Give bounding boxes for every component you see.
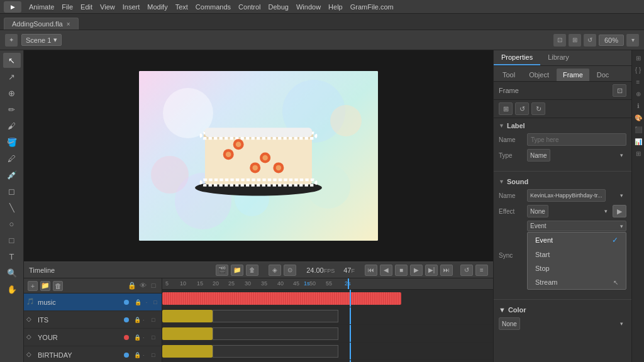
line-tool[interactable]: ╲ [3, 200, 21, 215]
align-icon[interactable]: ≡ [633, 77, 643, 87]
zoom-chevron-icon[interactable]: ▾ [626, 34, 639, 47]
out-birthday[interactable]: □ [152, 352, 159, 358]
menu-control[interactable]: Control [238, 3, 260, 11]
hand-tool[interactable]: ✋ [3, 282, 21, 297]
vis-icon[interactable]: · [143, 299, 150, 305]
frame-icon-btn[interactable]: ⊡ [613, 84, 626, 97]
layer-row-birthday[interactable]: ◇ BIRTHDAY 🔒 · □ [24, 346, 162, 362]
file-tab-close[interactable]: × [67, 21, 70, 28]
zoom-value[interactable]: 60% [599, 35, 624, 46]
text-tool[interactable]: T [3, 249, 21, 264]
menu-text[interactable]: Text [175, 3, 188, 11]
frame-btn2[interactable]: ↺ [515, 102, 529, 115]
sync-option-stream[interactable]: Stream ↖ [528, 275, 626, 289]
swatches-icon[interactable]: ⬛ [633, 124, 643, 134]
out-its[interactable]: □ [152, 317, 159, 323]
chart-icon[interactable]: 📊 [633, 136, 643, 146]
subselect-tool[interactable]: ↗ [3, 69, 21, 84]
menu-help[interactable]: Help [328, 3, 343, 11]
sync-option-stop[interactable]: Stop [528, 261, 626, 275]
menu-debug[interactable]: Debug [269, 3, 289, 11]
sync-option-start[interactable]: Start [528, 248, 626, 261]
vis-your[interactable]: · [143, 334, 150, 341]
transform-icon[interactable]: ⊕ [633, 89, 643, 99]
menu-file[interactable]: File [62, 3, 73, 11]
properties-icon[interactable]: ⊞ [633, 53, 643, 63]
menu-view[interactable]: View [100, 3, 115, 11]
add-folder-btn[interactable]: 📁 [40, 281, 50, 291]
step-back-btn[interactable]: ◀ [380, 265, 392, 276]
delete-layer-btn[interactable]: 🗑 [246, 265, 258, 276]
label-type-select[interactable]: Name [527, 149, 550, 162]
frame-btn3[interactable]: ↻ [531, 102, 545, 115]
grid-icon2[interactable]: ⊞ [633, 148, 643, 158]
file-tab[interactable]: AddingSound.fla × [4, 18, 79, 30]
transform-tool[interactable]: ⊕ [3, 85, 21, 101]
lock-its[interactable]: 🔒 [134, 317, 142, 323]
tab-properties[interactable]: Properties [494, 50, 540, 65]
sound-effect-select[interactable]: None [527, 205, 548, 217]
ink-bottle-tool[interactable]: 🖊 [3, 151, 21, 166]
layer-row-your[interactable]: ◇ YOUR 🔒 · □ [24, 329, 162, 346]
menu-edit[interactable]: Edit [80, 3, 92, 11]
brush-tool[interactable]: 🖌 [3, 118, 21, 133]
stop-btn[interactable]: ■ [395, 265, 408, 276]
settings-btn[interactable]: ≡ [475, 265, 488, 276]
prop-tab-frame[interactable]: Frame [557, 69, 589, 81]
outline-icon[interactable]: □ [152, 299, 159, 305]
loop-btn[interactable]: ↺ [460, 265, 473, 276]
rotate-icon[interactable]: ↺ [584, 34, 596, 47]
out-your[interactable]: □ [152, 334, 159, 341]
onion-skin-btn[interactable]: ⊙ [284, 265, 296, 276]
info-icon[interactable]: ℹ [633, 101, 643, 111]
zoom-fit-icon[interactable]: ⊡ [553, 34, 566, 47]
sync-dropdown-trigger[interactable]: Event ▾ [527, 221, 626, 231]
paint-bucket-tool[interactable]: 🪣 [3, 134, 21, 150]
oval-tool[interactable]: ○ [3, 216, 21, 231]
color-select[interactable]: None [499, 317, 520, 330]
delete-layer-btn2[interactable]: 🗑 [53, 281, 63, 291]
eyedropper-tool[interactable]: 💉 [3, 167, 21, 182]
playhead[interactable] [348, 278, 349, 289]
sync-option-event[interactable]: Event ✓ [528, 233, 626, 248]
pencil-tool[interactable]: ✏ [3, 102, 21, 117]
scene-selector[interactable]: Scene 1 ▾ [21, 34, 62, 46]
label-name-input[interactable] [527, 133, 626, 146]
frame-btn1[interactable]: ⊞ [499, 102, 513, 115]
sound-play-btn[interactable]: ▶ [613, 205, 626, 217]
lock-icon[interactable]: 🔒 [134, 299, 142, 305]
new-folder-btn[interactable]: 📁 [231, 265, 243, 276]
go-to-start-btn[interactable]: ⏮ [365, 265, 377, 276]
lock-birthday[interactable]: 🔒 [134, 352, 142, 358]
gramfile-badge[interactable]: GramFile.com [350, 3, 394, 11]
vis-birthday[interactable]: · [143, 352, 150, 358]
grid-icon[interactable]: ✦ [5, 34, 18, 47]
sound-name-select[interactable]: KevinLax-HappyBirthday-tr... [527, 189, 606, 202]
prop-tab-doc[interactable]: Doc [591, 69, 616, 81]
menu-insert[interactable]: Insert [123, 3, 140, 11]
play-btn[interactable]: ▶ [410, 265, 423, 276]
step-forward-btn[interactable]: ▶| [425, 265, 438, 276]
rect-tool[interactable]: □ [3, 233, 21, 248]
prop-tab-tool[interactable]: Tool [496, 69, 521, 81]
layer-row-its[interactable]: ◇ ITS 🔒 · □ [24, 311, 162, 329]
menu-commands[interactable]: Commands [196, 3, 231, 11]
prop-tab-object[interactable]: Object [523, 69, 555, 81]
tab-library[interactable]: Library [540, 50, 577, 65]
go-to-end-btn[interactable]: ⏭ [440, 265, 453, 276]
color-icon[interactable]: 🎨 [633, 112, 643, 123]
select-tool[interactable]: ↖ [3, 53, 21, 68]
motion-tween-btn[interactable]: ◈ [269, 265, 281, 276]
zoom-reset-icon[interactable]: ⊞ [569, 34, 581, 47]
lock-your[interactable]: 🔒 [134, 334, 142, 341]
menu-animate[interactable]: Animate [29, 3, 54, 11]
add-layer-btn[interactable]: + [28, 281, 38, 291]
menu-window[interactable]: Window [296, 3, 321, 11]
vis-its[interactable]: · [143, 317, 150, 323]
zoom-tool[interactable]: 🔍 [3, 265, 21, 280]
code-icon[interactable]: { } [633, 65, 643, 75]
layer-row-music[interactable]: 🎵 music 🔒 · □ [24, 293, 162, 311]
menu-modify[interactable]: Modify [147, 3, 167, 11]
new-layer-btn[interactable]: 🎬 [216, 265, 228, 276]
eraser-tool[interactable]: ◻ [3, 184, 21, 199]
